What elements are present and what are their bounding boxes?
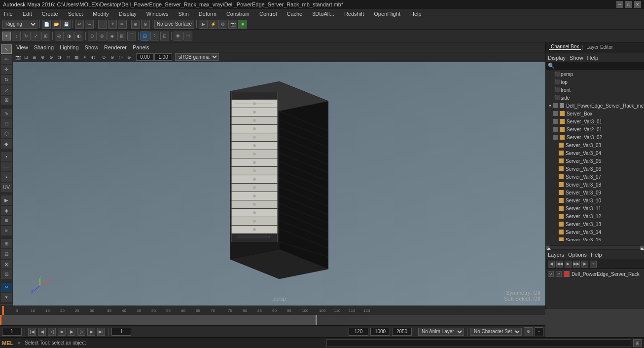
- snap-point-icon[interactable]: ⊡: [160, 32, 169, 40]
- vp-manip-icon[interactable]: ⊙: [100, 53, 108, 61]
- menu-create[interactable]: Create: [40, 10, 60, 18]
- vp-joints-icon[interactable]: ⊖: [125, 53, 133, 61]
- vp-camera-icon[interactable]: 📷: [14, 53, 22, 61]
- save-file-icon[interactable]: 💾: [62, 20, 71, 29]
- soft-mod-icon[interactable]: ◑: [65, 32, 73, 40]
- outliner-menu-show[interactable]: Show: [570, 55, 583, 61]
- layer-prev-btn[interactable]: ◀: [548, 261, 555, 268]
- quick-layout-1-icon[interactable]: ⊞: [1, 239, 12, 248]
- sculpt-tool-icon[interactable]: ◆: [1, 139, 12, 149]
- vp-plugin-icon[interactable]: ⊛: [108, 53, 116, 61]
- edge-icon[interactable]: —: [1, 162, 12, 172]
- vp-menu-panels[interactable]: Panels: [131, 44, 151, 51]
- coord-y-input[interactable]: [154, 53, 172, 61]
- layer-rewind-btn[interactable]: ◀◀: [556, 261, 563, 268]
- anim-layer-select[interactable]: No Anim Layer: [418, 328, 464, 336]
- vp-shadow-icon[interactable]: ◐: [89, 53, 97, 61]
- vp-select-all-icon[interactable]: ⊡: [22, 53, 30, 61]
- select-icon[interactable]: ⬚: [98, 20, 107, 29]
- cluster-icon[interactable]: ◈: [107, 32, 116, 40]
- tree-item-var3-15[interactable]: Server_Var3_15: [546, 236, 644, 241]
- menu-constrain[interactable]: Constrain: [224, 10, 251, 18]
- char-set-select[interactable]: No Character Set: [470, 328, 522, 336]
- outliner-search-input[interactable]: [556, 63, 642, 69]
- timeline-bar[interactable]: [0, 315, 545, 326]
- step-forward-button[interactable]: ▶: [87, 328, 95, 336]
- tree-item-var3-09[interactable]: Server_Var3_09: [546, 189, 644, 196]
- curve-tool-icon[interactable]: ∿: [1, 109, 12, 118]
- max-frame-input[interactable]: [370, 328, 390, 336]
- range-start-input[interactable]: [111, 328, 131, 336]
- plus-icon[interactable]: ✚: [174, 32, 182, 40]
- layer-play-btn[interactable]: ▶: [565, 261, 572, 268]
- vp-menu-renderer[interactable]: Renderer: [103, 44, 128, 51]
- new-file-icon[interactable]: 📄: [42, 20, 51, 29]
- dope-sheet-icon[interactable]: ≡: [1, 226, 12, 235]
- menu-windows[interactable]: Windows: [144, 10, 171, 18]
- snap2-icon[interactable]: ⊗: [141, 20, 150, 29]
- rotate-tool-icon[interactable]: ↻: [22, 32, 31, 40]
- vp-menu-lighting[interactable]: Lighting: [58, 44, 80, 51]
- vp-wireframe-icon[interactable]: ◻: [64, 53, 72, 61]
- layers-menu-options[interactable]: Options: [568, 252, 587, 258]
- vp-snap-icon[interactable]: ⊕: [39, 53, 47, 61]
- maximize-button[interactable]: □: [625, 1, 632, 8]
- render-region-icon[interactable]: ■: [238, 20, 247, 29]
- menu-deform[interactable]: Deform: [197, 10, 218, 18]
- minimize-button[interactable]: ─: [616, 1, 623, 8]
- snap-grid-icon[interactable]: ⊟: [141, 32, 149, 40]
- select-tool-icon[interactable]: ✦: [2, 32, 11, 40]
- layer-next-btn[interactable]: ▶: [581, 261, 588, 268]
- align-icon[interactable]: ⊣: [183, 32, 192, 40]
- layers-menu-layers[interactable]: Layers: [548, 252, 564, 258]
- vp-menu-show[interactable]: Show: [83, 44, 100, 51]
- vertex-icon[interactable]: •: [1, 152, 12, 161]
- coord-x-input[interactable]: [136, 53, 154, 61]
- tree-item-var3-04[interactable]: Server_Var3_04: [546, 149, 644, 157]
- tree-item-var3-06[interactable]: Server_Var3_06: [546, 165, 644, 173]
- mel-command-input[interactable]: [326, 339, 631, 347]
- menu-openflight[interactable]: OpenFlight: [372, 10, 402, 18]
- tree-item-persp[interactable]: ⬛ persp: [546, 70, 644, 78]
- open-file-icon[interactable]: 📂: [52, 20, 61, 29]
- go-to-end-button[interactable]: ▶|: [97, 328, 105, 336]
- render-icon[interactable]: ▶: [199, 20, 208, 29]
- sculpt-icon[interactable]: ◐: [74, 32, 83, 40]
- paint-icon[interactable]: ✏: [118, 20, 127, 29]
- prev-keyframe-button[interactable]: ◁: [48, 328, 56, 336]
- ipr-icon[interactable]: ⚡: [209, 20, 217, 29]
- rotate-mode-icon[interactable]: ↻: [1, 75, 12, 84]
- tree-item-var3-11[interactable]: Server_Var3_11: [546, 204, 644, 212]
- move-tool-icon[interactable]: ↕: [12, 32, 21, 40]
- universal-manip-icon[interactable]: ⊞: [41, 32, 50, 40]
- bend-icon[interactable]: ⌒: [127, 32, 136, 40]
- snap-curve-icon[interactable]: ⌇: [150, 32, 159, 40]
- soft-select-icon[interactable]: ◎: [55, 32, 64, 40]
- render-cam-icon[interactable]: 📷: [228, 20, 237, 29]
- layer-add-btn[interactable]: +: [590, 261, 597, 268]
- vp-menu-shading[interactable]: Shading: [33, 44, 55, 51]
- channel-box-tab[interactable]: Channel Box: [549, 44, 581, 50]
- tree-item-var3-01[interactable]: Server_Var3_01: [546, 117, 644, 125]
- 3d-viewport[interactable]: persp Symmetry: Off Soft Select: Off X Y…: [13, 62, 545, 306]
- range-end-input[interactable]: [349, 328, 368, 336]
- vp-shading-icon[interactable]: ◑: [56, 53, 64, 61]
- no-live-surface-button[interactable]: No Live Surface: [154, 20, 194, 29]
- outliner-scroll-left[interactable]: ◀: [546, 245, 550, 249]
- vp-light-icon[interactable]: ☀: [81, 53, 89, 61]
- menu-cache[interactable]: Cache: [285, 10, 304, 18]
- stop-button[interactable]: ■: [58, 328, 66, 336]
- joint-tool-icon[interactable]: ⊙: [88, 32, 97, 40]
- layers-menu-help[interactable]: Help: [591, 252, 602, 258]
- tree-item-var3-07[interactable]: Server_Var3_07: [546, 173, 644, 181]
- menu-skin[interactable]: Skin: [176, 10, 190, 18]
- tree-item-var3-10[interactable]: Server_Var3_10: [546, 196, 644, 204]
- menu-file[interactable]: File: [2, 10, 15, 18]
- tree-item-front[interactable]: ⬛ front: [546, 86, 644, 94]
- tree-item-var3-14[interactable]: Server_Var3_14: [546, 228, 644, 236]
- tree-item-var3-12[interactable]: Server_Var3_12: [546, 212, 644, 220]
- face-icon[interactable]: ▪: [1, 172, 12, 182]
- redo-icon[interactable]: ↪: [85, 20, 94, 29]
- menu-modify[interactable]: Modify: [91, 10, 110, 18]
- outliner-menu-display[interactable]: Display: [548, 55, 566, 61]
